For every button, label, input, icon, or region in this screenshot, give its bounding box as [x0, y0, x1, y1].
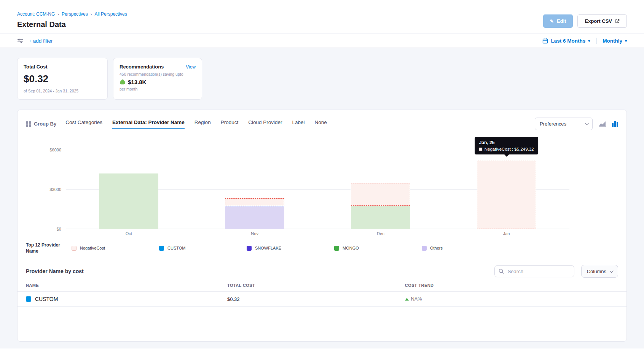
- group-by-label: Group By: [34, 121, 56, 127]
- legend-item-negativecost[interactable]: NegativeCost: [72, 246, 159, 251]
- tab-cost-categories[interactable]: Cost Categories: [65, 119, 102, 129]
- page-title: External Data: [17, 20, 127, 29]
- date-range-selector[interactable]: Last 6 Months ▾: [542, 38, 590, 44]
- perspective-panel: Group By Cost Categories External Data: …: [17, 110, 627, 342]
- recommendations-description: 450 recommendation(s) saving upto: [120, 72, 196, 76]
- trend-up-icon: [405, 298, 409, 301]
- row-color-swatch: [26, 296, 31, 302]
- tab-none[interactable]: None: [315, 119, 327, 129]
- cost-chart: $6000 $3000 $0 Jan, 25 NegativeCost : $5…: [43, 150, 569, 236]
- breadcrumb: Account: CCM-NG › Perspectives › All Per…: [17, 11, 127, 17]
- legend-swatch: [334, 246, 339, 251]
- chart-tooltip: Jan, 25 NegativeCost : $5,249.32: [475, 137, 539, 154]
- chevron-down-icon: [610, 269, 614, 273]
- page-content: Total Cost $0.32 of Sep 01, 2024 - Jan 3…: [0, 48, 644, 348]
- bar-group-oct[interactable]: [66, 150, 192, 229]
- preferences-label: Preferences: [540, 121, 566, 127]
- bar-group-dec[interactable]: [318, 150, 444, 229]
- bar-group-nov[interactable]: [192, 150, 318, 229]
- breadcrumb-perspectives-link[interactable]: Perspectives: [62, 11, 88, 17]
- calendar-icon: [542, 38, 548, 44]
- search-box[interactable]: [494, 265, 574, 277]
- x-axis-label-jan: Jan: [443, 231, 569, 236]
- summary-cards: Total Cost $0.32 of Sep 01, 2024 - Jan 3…: [17, 58, 627, 100]
- recommendations-cadence: per month: [120, 87, 196, 91]
- columns-button-label: Columns: [587, 269, 606, 274]
- add-filter-button[interactable]: + add filter: [29, 38, 53, 44]
- chevron-down-icon: [585, 121, 589, 125]
- y-axis-tick: $6000: [43, 148, 61, 152]
- tab-external-data-provider-name[interactable]: External Data: Provider Name: [112, 119, 185, 129]
- legend-label: MONGO: [343, 246, 359, 250]
- column-header-name[interactable]: NAME: [26, 283, 227, 288]
- search-icon: [499, 269, 504, 274]
- tooltip-series-swatch: [479, 148, 482, 151]
- bars-row: [66, 150, 569, 229]
- x-axis-label-nov: Nov: [192, 231, 318, 236]
- x-axis-label-oct: Oct: [66, 231, 192, 236]
- legend-swatch: [72, 246, 77, 251]
- legend-label: CUSTOM: [167, 246, 185, 250]
- group-by-row: Group By Cost Categories External Data: …: [18, 110, 626, 130]
- separator-divider: [596, 38, 596, 44]
- bar-segment-mongo[interactable]: [99, 173, 158, 229]
- legend-item-custom[interactable]: CUSTOM: [159, 246, 247, 251]
- bar-segment-negativecost[interactable]: [225, 198, 284, 206]
- row-name-label: CUSTOM: [35, 296, 58, 302]
- legend-item-others[interactable]: Others: [422, 246, 509, 251]
- bar-segment-others[interactable]: [225, 206, 284, 229]
- area-chart-icon[interactable]: [599, 121, 606, 127]
- chart-legend: Top 12 Provider Name NegativeCost CUSTOM…: [26, 242, 618, 254]
- total-cost-card: Total Cost $0.32 of Sep 01, 2024 - Jan 3…: [17, 58, 108, 100]
- tab-product[interactable]: Product: [221, 119, 239, 129]
- breadcrumb-all-perspectives-link[interactable]: All Perspectives: [94, 11, 127, 17]
- y-axis-tick: $3000: [43, 187, 61, 192]
- table-header-row: NAME TOTAL COST COST TREND: [18, 283, 626, 292]
- edit-button-label: Edit: [557, 18, 566, 24]
- tooltip-title: Jan, 25: [479, 140, 534, 145]
- row-trend-value: NA%: [411, 296, 422, 302]
- legend-label: Others: [430, 246, 443, 250]
- bar-segment-negativecost[interactable]: [477, 160, 536, 229]
- edit-button[interactable]: ✎ Edit: [543, 14, 573, 28]
- filter-settings-icon[interactable]: [17, 38, 23, 43]
- recommendations-view-link[interactable]: View: [186, 64, 196, 70]
- granularity-label: Monthly: [603, 38, 622, 44]
- tab-label[interactable]: Label: [292, 119, 304, 129]
- recommendations-card: Recommendations View 450 recommendation(…: [113, 58, 202, 100]
- bar-segment-mongo[interactable]: [351, 206, 410, 229]
- group-by-icon: [26, 121, 31, 127]
- tab-cloud-provider[interactable]: Cloud Provider: [248, 119, 282, 129]
- pencil-icon: ✎: [550, 19, 554, 24]
- columns-button[interactable]: Columns: [581, 265, 618, 278]
- x-axis-label-dec: Dec: [318, 231, 444, 236]
- total-cost-value: $0.32: [24, 73, 101, 85]
- x-axis-labels: OctNovDecJan: [66, 231, 569, 236]
- legend-item-snowflake[interactable]: SNOWFLAKE: [247, 246, 334, 251]
- export-csv-button[interactable]: Export CSV: [577, 14, 627, 28]
- bar-segment-negativecost[interactable]: [351, 183, 410, 206]
- recommendations-amount: $13.8K: [128, 79, 146, 85]
- column-header-cost-trend[interactable]: COST TREND: [405, 283, 618, 288]
- page-header: Account: CCM-NG › Perspectives › All Per…: [0, 0, 644, 33]
- legend-swatch: [247, 246, 252, 251]
- tab-region[interactable]: Region: [194, 119, 211, 129]
- bar-chart-icon[interactable]: [612, 121, 618, 127]
- legend-label: SNOWFLAKE: [255, 246, 281, 250]
- tooltip-value: NegativeCost : $5,249.32: [485, 147, 534, 151]
- legend-title: Top 12 Provider Name: [26, 242, 69, 254]
- preferences-dropdown[interactable]: Preferences: [535, 118, 593, 130]
- legend-item-mongo[interactable]: MONGO: [334, 246, 422, 251]
- total-cost-period: of Sep 01, 2024 - Jan 31, 2025: [24, 89, 101, 93]
- table-title: Provider Name by cost: [26, 268, 84, 274]
- granularity-selector[interactable]: Monthly ▾: [603, 38, 627, 44]
- search-input[interactable]: [507, 268, 570, 275]
- breadcrumb-account-link[interactable]: Account: CCM-NG: [17, 11, 55, 17]
- legend-label: NegativeCost: [80, 246, 105, 250]
- table-row[interactable]: CUSTOM $0.32 NA%: [18, 292, 626, 307]
- row-total-cost: $0.32: [227, 296, 405, 302]
- column-header-total-cost[interactable]: TOTAL COST: [227, 283, 405, 288]
- breadcrumb-separator-icon: ›: [91, 12, 92, 16]
- bar-group-jan[interactable]: [443, 150, 569, 229]
- legend-swatch: [159, 246, 164, 251]
